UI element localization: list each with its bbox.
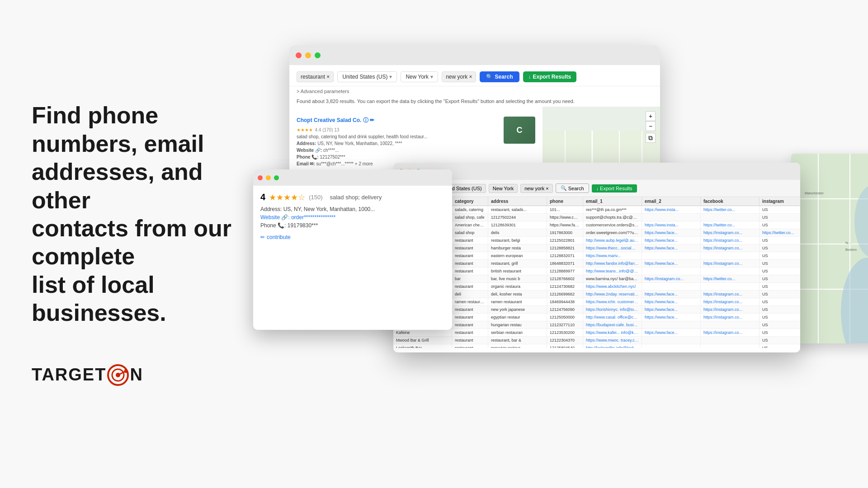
sheet-cell: restaurant [452,260,488,267]
table-row: Ichiran Times Sqramen restaurantramen re… [393,298,800,306]
zoom-in-button[interactable]: + [646,111,656,121]
sheet-cell: US [760,252,800,259]
sheet-cell: https://www.mwoc. tracey.contact@mwoodba… [583,337,642,344]
sheet-city-tag[interactable]: new york × [520,184,553,193]
detail-panel-content: 4 ★★★★☆ (150) salad shop; delivery Addre… [253,186,452,247]
sheet-cell: order.sweetgreen.com/??utm_source=google… [583,229,642,236]
logo-text-part2: N [130,365,143,385]
col-address: address [488,197,547,206]
sheet-cell: https://www.face... [642,314,701,321]
city-tag[interactable]: new york × [442,71,476,82]
sheet-cell: 12128889977 [547,267,583,275]
sheet-cell: https://www.kafei... info@kafeine info@k… [583,329,642,336]
table-row: Chopt Creative f salad shopsalad shop, c… [393,214,800,221]
sheet-cell: restaurant [452,337,488,344]
sheet-cell: US [760,237,800,244]
sheet-cell: https://budapest-cafe. business.site/?ut… [583,321,642,328]
sheet-cell [642,344,701,348]
sheet-cell: US [760,275,800,282]
detail-panel: 4 ★★★★☆ (150) salad shop; delivery Addre… [253,169,452,330]
sheet-cell: delis [488,229,547,236]
sheet-cell: US [760,344,800,348]
table-row: Saxelby Cheese cheese shopAmerican chees… [393,221,800,229]
detail-dot-close[interactable] [258,175,263,180]
sheet-cell: https://www.thecc...social@thecounter cu… [583,244,642,252]
zoom-out-button[interactable]: − [646,121,656,131]
table-row: Bar Ninabarbar, live music b12128766602w… [393,275,800,283]
sheet-cell: restaurant, bar & [488,337,547,344]
browser-dot-close[interactable] [296,52,302,58]
detail-category: salad shop; delivery [330,194,382,201]
table-row: Budapest caferestauranthungarian restau1… [393,321,800,329]
state-tag[interactable]: New York ▾ [401,71,438,82]
sheet-cell: british restaurant [488,267,547,275]
sheet-search-button[interactable]: 🔍 Search [556,183,589,193]
business-phone-1: Phone 📞: 12127502*** [297,154,498,160]
sheet-cell: https://instagram.co... [701,244,760,252]
sheet-state-tag[interactable]: New York [489,184,518,193]
sheet-cell: https://www.face... [642,329,701,336]
sheet-cell: US [760,244,800,252]
sheet-cell: ramen restaurant [452,298,488,305]
table-row: Mwood Bar & Grillrestaurantrestaurant, b… [393,337,800,344]
sheet-cell: https://www.mariv... [583,252,642,259]
browser-dot-minimize[interactable] [305,52,311,58]
headline: Find phone numbers, email addresses, and… [32,101,258,327]
sheet-cell: US [760,321,800,328]
sheet-export-button[interactable]: ↓ Export Results [592,184,637,192]
table-row: 2nd Ave Delidelideli, kosher resta121266… [393,291,800,298]
sheet-cell: res***@th pa.co.gm*** [583,206,642,213]
svg-text:N...: N... [845,241,851,245]
sheet-cell: ramen restaurant [488,298,547,305]
advanced-params[interactable]: > Advanced parameters [289,86,660,96]
search-row: restaurant × United States (US) ▾ New Yo… [297,71,653,82]
sheet-cell: https://instagram.co... [701,291,760,298]
stars-1: ★★★★ [297,127,313,132]
browser-window-sheet: restaurant × United States (US) New York… [393,163,800,352]
map-right-inner: Manchester N... Boston [791,154,868,343]
sheet-cell: US [760,329,800,336]
sheet-cell: restaurant [452,244,488,252]
detail-panel-toolbar [253,169,452,186]
sheet-cell: https://www.face... [642,260,701,267]
sheet-toolbar [393,163,800,180]
business-name-1: Chopt Creative Salad Co. ⓘ ✏ [297,117,498,124]
contribute-link[interactable]: ✏ contribute [260,234,445,240]
sheet-cell: restaurant [452,314,488,321]
sheet-cell: restaurant [452,344,488,348]
table-row: Kafeinerestaurantserbian restauran121235… [393,329,800,337]
map-zoom-controls: + − ⧉ [646,111,656,143]
export-button[interactable]: ↓ Export Results [523,71,577,82]
table-row: Locksmith Barrestaurantperuvian restaur1… [393,344,800,348]
logo: TARGET N [32,363,258,387]
sheet-cell: 12128766602 [547,275,583,282]
sheet-cell: Kafeine [393,329,452,336]
sheet-cell: organic restaura [488,283,547,290]
sheet-cell: US [760,337,800,344]
business-address-1: Address: US, NY, New York, Manhattan, 10… [297,140,498,147]
country-tag[interactable]: United States (US) ▾ [337,71,397,82]
results-found: Found about 3,820 results. You can expor… [289,96,660,107]
sheet-cell: Mwood Bar & Grill [393,337,452,344]
sheet-cell: new york japanese [488,306,547,313]
detail-dot-minimize[interactable] [266,175,271,180]
sheet-cell: https://twitter.co... [701,221,760,229]
sheet-cell: 12124730682 [547,283,583,290]
detail-stars: ★★★★☆ [269,192,305,202]
sheet-cell: https://www.chopt... [547,214,583,221]
logo-text-part1: TARGET [32,365,106,385]
map-layers-button[interactable]: ⧉ [646,133,656,143]
browser-dot-maximize[interactable] [315,52,321,58]
sheet-cell: deli, kosher resta [488,291,547,298]
detail-dot-maximize[interactable] [274,175,279,180]
sheet-cell [701,321,760,328]
spreadsheet: name category address phone email_1 emai… [393,197,800,348]
query-tag[interactable]: restaurant × [297,71,334,82]
detail-website[interactable]: Website 🔗: order*************** [260,214,445,221]
sheet-cell: 12128639301 [488,221,547,229]
detail-review-count: (150) [309,194,322,201]
search-button[interactable]: 🔍 Search [480,71,519,82]
sheet-cell: Locksmith Bar [393,344,452,348]
sheet-cell: eastern european [488,252,547,259]
sheet-search-area: restaurant × United States (US) New York… [393,180,800,197]
